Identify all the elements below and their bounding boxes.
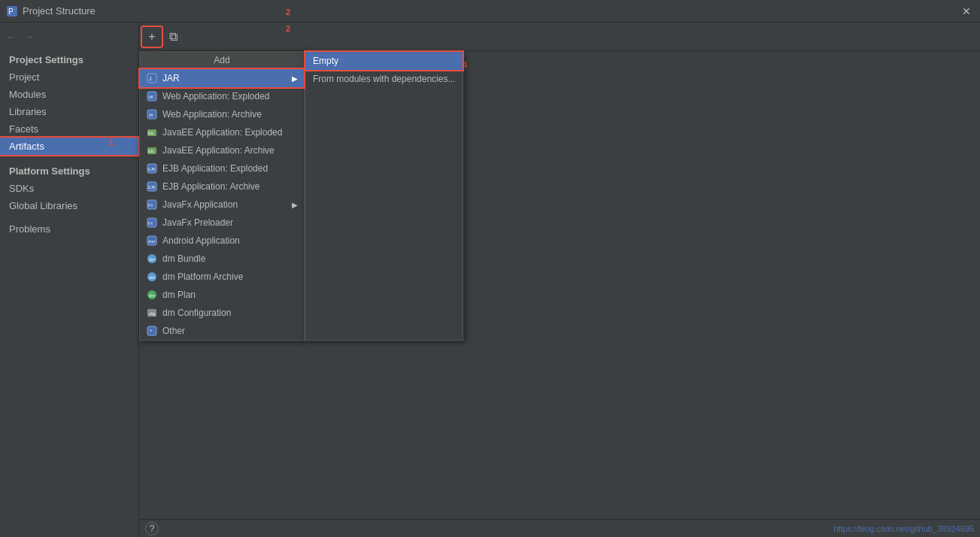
title-bar: P Project Structure ✕ bbox=[0, 0, 980, 23]
add-button[interactable]: + bbox=[142, 27, 162, 47]
dm-platform-icon: dm bbox=[146, 271, 158, 283]
ejb-exploded-label: EJB Application: Exploded bbox=[162, 163, 268, 174]
submenu-item-from-modules[interactable]: From modules with dependencies... bbox=[305, 70, 463, 88]
web-exploded-icon: W bbox=[146, 90, 158, 102]
ejb-exploded-icon: EJB bbox=[146, 162, 158, 174]
javaee-archive-icon: EE bbox=[146, 144, 158, 156]
dm-platform-label: dm Platform Archive bbox=[162, 272, 243, 282]
dm-plan-label: dm Plan bbox=[162, 290, 196, 300]
svg-text:P: P bbox=[8, 8, 14, 16]
svg-text:FX: FX bbox=[148, 203, 153, 208]
close-button[interactable]: ✕ bbox=[959, 4, 974, 19]
svg-text:J: J bbox=[149, 76, 152, 81]
svg-text:And: And bbox=[148, 239, 155, 244]
project-settings-title: Project Settings bbox=[0, 50, 138, 68]
dm-config-icon: cfg bbox=[146, 307, 158, 319]
content-area: + ⧉ 2 Add J JAR ▶ bbox=[139, 23, 980, 537]
submenu: Empty From modules with dependencies... bbox=[305, 51, 463, 341]
sidebar-item-artifacts[interactable]: Artifacts bbox=[0, 138, 138, 155]
dropdown-item-javaee-exploded[interactable]: EE JavaEE Application: Exploded bbox=[140, 123, 304, 141]
sidebar-item-sdks[interactable]: SDKs bbox=[0, 180, 138, 197]
javafx-preloader-label: JavaFx Preloader bbox=[162, 217, 233, 228]
svg-text:EJB: EJB bbox=[148, 167, 156, 171]
dropdown-item-javaee-archive[interactable]: EE JavaEE Application: Archive bbox=[140, 141, 304, 159]
javaee-exploded-label: JavaEE Application: Exploded bbox=[162, 127, 282, 138]
sidebar-item-project[interactable]: Project bbox=[0, 68, 138, 86]
svg-text:dm: dm bbox=[149, 257, 155, 262]
dropdown-menu: Add J JAR ▶ W bbox=[139, 51, 305, 341]
dropdown-header: Add bbox=[140, 52, 304, 69]
sidebar-item-global-libraries[interactable]: Global Libraries bbox=[0, 197, 138, 214]
copy-button[interactable]: ⧉ bbox=[163, 27, 183, 47]
svg-text:EJB: EJB bbox=[148, 185, 156, 190]
jar-label: JAR bbox=[162, 73, 180, 83]
dm-config-label: dm Configuration bbox=[162, 308, 231, 318]
android-app-label: Android Application bbox=[162, 235, 240, 246]
status-link[interactable]: https://blog.csdn.net/github_38924695 bbox=[833, 524, 974, 533]
dropdown-item-javafx-preloader[interactable]: FX JavaFx Preloader bbox=[140, 214, 304, 232]
dropdown-item-dm-config[interactable]: cfg dm Configuration bbox=[140, 304, 304, 322]
svg-text:dm: dm bbox=[149, 275, 155, 280]
app-icon: P bbox=[6, 5, 18, 17]
android-app-icon: And bbox=[146, 235, 158, 247]
dm-bundle-icon: dm bbox=[146, 253, 158, 265]
sidebar-item-libraries[interactable]: Libraries bbox=[0, 103, 138, 120]
main-layout: ← → Project Settings Project Modules Lib… bbox=[0, 23, 980, 537]
ejb-archive-icon: EJB bbox=[146, 181, 158, 193]
web-archive-icon: W bbox=[146, 108, 158, 120]
nav-forward-button[interactable]: → bbox=[21, 29, 38, 45]
window-title: Project Structure bbox=[23, 5, 96, 17]
jar-icon: J bbox=[146, 72, 158, 84]
dropdown-item-ejb-archive[interactable]: EJB EJB Application: Archive bbox=[140, 177, 304, 196]
dropdown-item-javafx-app[interactable]: FX JavaFx Application ▶ bbox=[140, 196, 304, 214]
status-bar: ? https://blog.csdn.net/github_38924695 bbox=[139, 519, 980, 537]
submenu-item-empty[interactable]: Empty bbox=[305, 52, 463, 70]
svg-rect-30 bbox=[147, 326, 156, 335]
dropdown-item-dm-plan[interactable]: dm dm Plan bbox=[140, 286, 304, 304]
javafx-app-icon: FX bbox=[146, 199, 158, 211]
dropdown-area: Add J JAR ▶ W bbox=[139, 51, 463, 341]
svg-text:dm: dm bbox=[149, 293, 155, 298]
dropdown-item-web-exploded[interactable]: W Web Application: Exploded bbox=[140, 87, 304, 105]
svg-text:W: W bbox=[149, 95, 153, 99]
other-icon: * bbox=[146, 325, 158, 337]
svg-text:EE: EE bbox=[148, 131, 154, 135]
nav-back-button[interactable]: ← bbox=[3, 29, 20, 45]
dropdown-item-dm-bundle[interactable]: dm dm Bundle bbox=[140, 250, 304, 268]
jar-arrow: ▶ bbox=[292, 74, 298, 83]
dropdown-item-jar[interactable]: J JAR ▶ bbox=[140, 69, 304, 87]
javafx-preloader-icon: FX bbox=[146, 217, 158, 229]
dm-plan-icon: dm bbox=[146, 289, 158, 301]
platform-settings-title: Platform Settings bbox=[0, 161, 138, 180]
other-label: Other bbox=[162, 326, 185, 336]
svg-text:cfg: cfg bbox=[149, 311, 155, 316]
web-archive-label: Web Application: Archive bbox=[162, 109, 262, 120]
sidebar-item-facets[interactable]: Facets bbox=[0, 120, 138, 138]
web-exploded-label: Web Application: Exploded bbox=[162, 91, 270, 102]
dropdown-item-web-archive[interactable]: W Web Application: Archive bbox=[140, 105, 304, 123]
sidebar-item-problems[interactable]: Problems bbox=[0, 220, 138, 238]
help-button[interactable]: ? bbox=[145, 522, 159, 535]
toolbar: + ⧉ bbox=[139, 23, 980, 51]
dropdown-item-android-app[interactable]: And Android Application bbox=[140, 232, 304, 250]
javaee-exploded-icon: EE bbox=[146, 126, 158, 138]
dropdown-item-dm-platform[interactable]: dm dm Platform Archive bbox=[140, 268, 304, 286]
sidebar-item-modules[interactable]: Modules bbox=[0, 86, 138, 103]
svg-text:*: * bbox=[150, 329, 152, 334]
javaee-archive-label: JavaEE Application: Archive bbox=[162, 145, 275, 156]
svg-text:W: W bbox=[149, 113, 153, 117]
dropdown-item-ejb-exploded[interactable]: EJB EJB Application: Exploded bbox=[140, 159, 304, 177]
javafx-app-label: JavaFx Application bbox=[162, 199, 238, 210]
dm-bundle-label: dm Bundle bbox=[162, 253, 205, 264]
javafx-arrow: ▶ bbox=[292, 201, 298, 209]
dropdown-item-other[interactable]: * Other bbox=[140, 322, 304, 340]
sidebar: ← → Project Settings Project Modules Lib… bbox=[0, 23, 139, 537]
svg-text:EE: EE bbox=[148, 149, 154, 153]
svg-text:FX: FX bbox=[148, 221, 153, 226]
ejb-archive-label: EJB Application: Archive bbox=[162, 181, 259, 192]
